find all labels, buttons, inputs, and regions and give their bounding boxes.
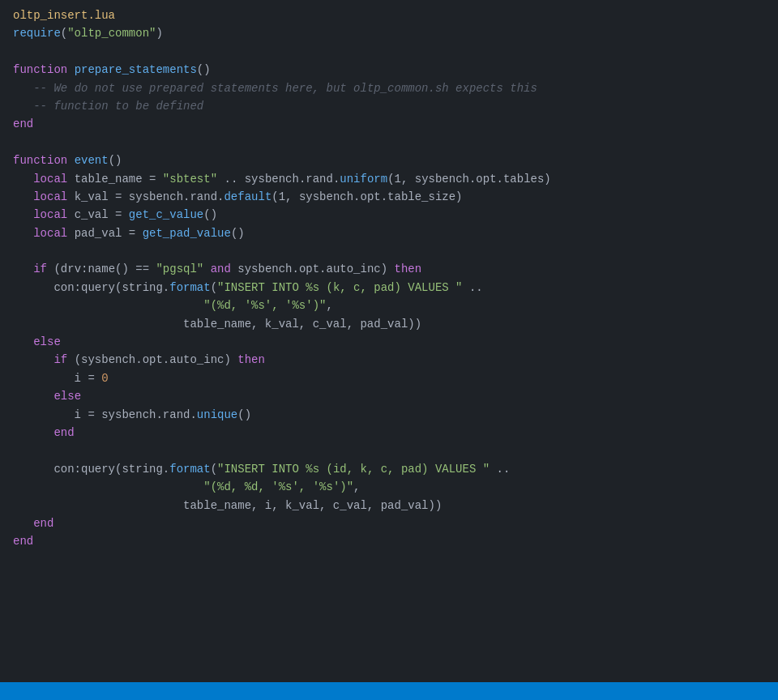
code-token: c_val = bbox=[67, 206, 129, 224]
code-token: require bbox=[13, 24, 61, 42]
code-token: (drv:name() == bbox=[47, 260, 156, 278]
code-token: unique bbox=[197, 406, 237, 424]
code-token bbox=[13, 224, 33, 242]
code-token: if bbox=[53, 351, 67, 369]
code-line: table_name, k_val, c_val, pad_val)) bbox=[13, 315, 778, 333]
code-line: end bbox=[13, 424, 778, 442]
code-token: end bbox=[13, 115, 33, 133]
code-token: end bbox=[13, 532, 33, 550]
code-token: then bbox=[237, 351, 265, 369]
code-line: if (sysbench.opt.auto_inc) then bbox=[13, 351, 778, 369]
code-token: default bbox=[224, 188, 271, 206]
code-token: () bbox=[231, 224, 245, 242]
code-line: "(%d, %d, '%s', '%s')", bbox=[13, 478, 778, 496]
code-token: () bbox=[203, 206, 217, 224]
code-token: format bbox=[169, 460, 210, 478]
code-token: , bbox=[353, 478, 360, 496]
code-token bbox=[13, 387, 53, 405]
code-token: ( bbox=[61, 24, 67, 42]
code-token: i = sysbench.rand. bbox=[13, 406, 197, 424]
code-token: "(%d, '%s', '%s')" bbox=[203, 297, 326, 314]
code-token: and bbox=[211, 260, 231, 278]
code-token: local bbox=[33, 170, 67, 188]
code-token: table_name = bbox=[67, 170, 163, 188]
code-token: ( bbox=[211, 279, 217, 297]
code-token: i = bbox=[13, 369, 101, 387]
code-token: "(%d, %d, '%s', '%s')" bbox=[203, 478, 353, 496]
code-token bbox=[67, 152, 74, 169]
code-token: () bbox=[237, 406, 251, 424]
code-token: (1, sysbench.opt.table_size) bbox=[271, 188, 462, 206]
code-line bbox=[13, 43, 778, 61]
code-token: "oltp_common" bbox=[67, 24, 156, 42]
code-token: if bbox=[33, 260, 47, 278]
code-token: uniform bbox=[340, 170, 387, 188]
code-line: end bbox=[13, 532, 778, 550]
code-line: function prepare_statements() bbox=[13, 61, 778, 79]
code-token: get_c_value bbox=[129, 206, 203, 224]
code-token: ( bbox=[211, 460, 217, 478]
code-token bbox=[13, 188, 33, 206]
code-line: i = 0 bbox=[13, 369, 778, 387]
code-token: (sysbench.opt.auto_inc) bbox=[67, 351, 237, 369]
code-line: if (drv:name() == "pgsql" and sysbench.o… bbox=[13, 260, 778, 278]
code-token bbox=[13, 297, 203, 314]
status-bar bbox=[0, 682, 778, 700]
code-token: () bbox=[197, 61, 211, 79]
code-token: local bbox=[33, 188, 67, 206]
code-line bbox=[13, 242, 778, 260]
code-token: local bbox=[33, 206, 67, 224]
code-token: end bbox=[53, 424, 74, 442]
code-token: then bbox=[395, 260, 422, 278]
code-line: local pad_val = get_pad_value() bbox=[13, 224, 778, 242]
filename: oltp_insert.lua bbox=[13, 6, 115, 24]
code-line: function event() bbox=[13, 152, 778, 169]
code-token: else bbox=[33, 333, 61, 351]
code-token bbox=[13, 514, 33, 532]
code-token: , bbox=[326, 297, 332, 314]
code-line: local k_val = sysbench.rand.default(1, s… bbox=[13, 188, 778, 206]
code-token bbox=[13, 79, 33, 97]
code-token: con:query(string. bbox=[13, 460, 169, 478]
code-token: table_name, k_val, c_val, pad_val)) bbox=[13, 315, 421, 333]
code-token: "INSERT INTO %s (k, c, pad) VALUES " bbox=[217, 279, 462, 297]
code-token: .. sysbench.rand. bbox=[217, 170, 340, 188]
code-line: con:query(string.format("INSERT INTO %s … bbox=[13, 279, 778, 297]
code-token: 0 bbox=[101, 369, 108, 387]
code-token: -- function to be defined bbox=[33, 97, 203, 115]
code-token: else bbox=[53, 387, 81, 405]
code-line: end bbox=[13, 115, 778, 133]
code-line: oltp_insert.lua bbox=[13, 6, 778, 24]
code-token: table_name, i, k_val, c_val, pad_val)) bbox=[13, 497, 442, 514]
code-token bbox=[13, 478, 203, 496]
code-token: function bbox=[13, 61, 67, 79]
code-token: -- We do not use prepared statements her… bbox=[33, 79, 537, 97]
code-token: local bbox=[33, 224, 67, 242]
code-line: table_name, i, k_val, c_val, pad_val)) bbox=[13, 497, 778, 514]
code-token: ) bbox=[156, 24, 162, 42]
code-token bbox=[13, 333, 33, 351]
code-line bbox=[13, 442, 778, 459]
code-token: pad_val = bbox=[67, 224, 142, 242]
code-token: event bbox=[75, 152, 109, 169]
code-token: (1, sysbench.opt.tables) bbox=[387, 170, 551, 188]
code-token: .. bbox=[463, 279, 483, 297]
code-content: oltp_insert.lua require("oltp_common") f… bbox=[0, 0, 778, 682]
code-line: con:query(string.format("INSERT INTO %s … bbox=[13, 460, 778, 478]
code-line: require("oltp_common") bbox=[13, 24, 778, 42]
code-token: prepare_statements bbox=[75, 61, 197, 79]
code-token: .. bbox=[489, 460, 510, 478]
code-line bbox=[13, 134, 778, 152]
code-token: "INSERT INTO %s (id, k, c, pad) VALUES " bbox=[217, 460, 489, 478]
code-token: k_val = sysbench.rand. bbox=[67, 188, 224, 206]
code-token: format bbox=[169, 279, 210, 297]
code-token bbox=[13, 206, 33, 224]
code-token: end bbox=[33, 514, 53, 532]
code-line: "(%d, '%s', '%s')", bbox=[13, 297, 778, 314]
code-token bbox=[13, 351, 53, 369]
code-token bbox=[203, 260, 210, 278]
code-line: else bbox=[13, 333, 778, 351]
code-token: function bbox=[13, 152, 67, 169]
code-token: con:query(string. bbox=[13, 279, 169, 297]
code-line: end bbox=[13, 514, 778, 532]
